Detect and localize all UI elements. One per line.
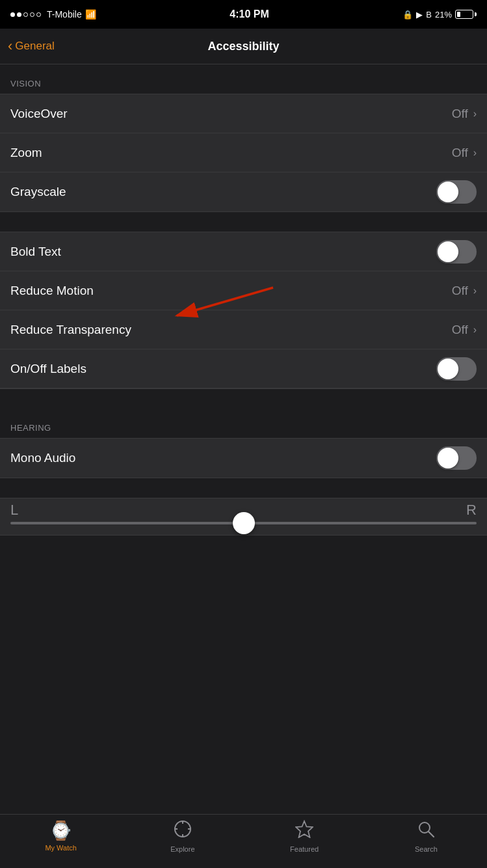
reduce-transparency-chevron-icon: › xyxy=(473,324,477,336)
gap-2 xyxy=(0,389,487,409)
reduce-transparency-row[interactable]: Reduce Transparency Off › xyxy=(0,310,487,349)
signal-indicator xyxy=(10,12,41,17)
back-chevron-icon: ‹ xyxy=(8,38,12,55)
reduce-motion-chevron-icon: › xyxy=(473,285,477,297)
onoff-labels-toggle[interactable] xyxy=(436,357,477,381)
reduce-transparency-label: Reduce Transparency xyxy=(10,323,131,337)
explore-label: Explore xyxy=(170,845,194,853)
voiceover-row[interactable]: VoiceOver Off › xyxy=(0,94,487,133)
battery-indicator xyxy=(455,10,477,19)
reduce-motion-label: Reduce Motion xyxy=(10,284,94,298)
featured-icon xyxy=(295,820,313,843)
reduce-motion-value: Off xyxy=(452,284,468,298)
battery-body xyxy=(455,10,473,19)
location-icon: ▶ xyxy=(416,10,423,20)
gap-4 xyxy=(0,536,487,555)
lock-icon: 🔒 xyxy=(402,10,413,20)
signal-dot-1 xyxy=(10,12,15,17)
balance-slider-knob xyxy=(233,512,255,534)
grayscale-label: Grayscale xyxy=(10,185,66,199)
reduce-motion-right: Off › xyxy=(452,284,477,298)
gap-1 xyxy=(0,212,487,232)
page-title: Accessibility xyxy=(207,40,279,53)
gap-3 xyxy=(0,478,487,498)
svg-point-8 xyxy=(419,822,430,833)
featured-label: Featured xyxy=(290,845,319,853)
signal-dot-2 xyxy=(17,12,21,17)
tab-explore[interactable]: Explore xyxy=(122,820,243,853)
content-area: VISION VoiceOver Off › Zoom Off › Graysc… xyxy=(0,64,487,814)
bold-text-label: Bold Text xyxy=(10,245,61,259)
carrier-label: T-Mobile xyxy=(47,9,82,20)
hearing-section: Mono Audio xyxy=(0,438,487,478)
voiceover-value: Off xyxy=(452,107,468,121)
onoff-labels-row[interactable]: On/Off Labels xyxy=(0,349,487,388)
tab-featured[interactable]: Featured xyxy=(244,820,365,853)
wifi-icon: 📶 xyxy=(85,9,96,20)
my-watch-label: My Watch xyxy=(45,844,77,852)
signal-dot-4 xyxy=(30,12,34,17)
mono-audio-toggle-knob xyxy=(438,448,458,468)
back-button[interactable]: ‹ General xyxy=(0,38,55,55)
zoom-row[interactable]: Zoom Off › xyxy=(0,133,487,172)
status-left: T-Mobile 📶 xyxy=(10,9,96,20)
signal-dot-5 xyxy=(36,12,41,17)
vision-section: VoiceOver Off › Zoom Off › Grayscale xyxy=(0,94,487,212)
grayscale-row[interactable]: Grayscale xyxy=(0,172,487,211)
zoom-value: Off xyxy=(452,146,468,160)
status-bar: T-Mobile 📶 4:10 PM 🔒 ▶ B 21% xyxy=(0,0,487,29)
svg-line-9 xyxy=(429,832,434,837)
mono-audio-toggle[interactable] xyxy=(436,446,477,470)
gap-5 xyxy=(0,555,487,575)
zoom-label: Zoom xyxy=(10,146,42,160)
reduce-transparency-value: Off xyxy=(452,323,468,337)
zoom-right: Off › xyxy=(452,146,477,160)
battery-percent: 21% xyxy=(435,10,452,20)
voiceover-label: VoiceOver xyxy=(10,107,68,121)
reduce-transparency-right: Off › xyxy=(452,323,477,337)
bluetooth-icon: B xyxy=(426,10,432,20)
zoom-chevron-icon: › xyxy=(473,147,477,159)
search-label: Search xyxy=(415,845,438,853)
battery-tip xyxy=(475,12,477,16)
mono-audio-label: Mono Audio xyxy=(10,451,75,465)
tab-bar: ⌚ My Watch Explore Featured xyxy=(0,814,487,868)
onoff-labels-toggle-knob xyxy=(438,359,458,379)
voiceover-chevron-icon: › xyxy=(473,108,477,120)
signal-dot-3 xyxy=(23,12,28,17)
status-right: 🔒 ▶ B 21% xyxy=(402,10,477,20)
balance-label-r: R xyxy=(466,502,477,519)
section-header-hearing: HEARING xyxy=(0,409,487,438)
grayscale-toggle[interactable] xyxy=(436,180,477,204)
explore-icon xyxy=(174,820,192,843)
grayscale-toggle-knob xyxy=(438,182,458,202)
search-icon xyxy=(417,820,435,843)
tab-search[interactable]: Search xyxy=(365,820,487,853)
balance-label-l: L xyxy=(10,502,18,519)
bold-text-toggle-knob xyxy=(438,241,458,262)
tab-my-watch[interactable]: ⌚ My Watch xyxy=(0,820,122,852)
balance-slider-row[interactable] xyxy=(0,522,487,535)
bold-text-toggle[interactable] xyxy=(436,240,477,264)
bold-text-row[interactable]: Bold Text xyxy=(0,232,487,271)
section-header-vision: VISION xyxy=(0,64,487,94)
back-label: General xyxy=(15,40,54,53)
svg-marker-7 xyxy=(296,821,313,837)
onoff-labels-label: On/Off Labels xyxy=(10,362,86,376)
voiceover-right: Off › xyxy=(452,107,477,121)
text-motion-section: Bold Text Reduce Motion Off › Reduce Tra… xyxy=(0,232,487,389)
battery-fill xyxy=(457,12,460,17)
balance-section: L R xyxy=(0,498,487,536)
balance-slider-track[interactable] xyxy=(10,522,477,524)
status-time: 4:10 PM xyxy=(230,8,269,20)
mono-audio-row[interactable]: Mono Audio xyxy=(0,439,487,478)
reduce-motion-row[interactable]: Reduce Motion Off › xyxy=(0,271,487,310)
my-watch-icon: ⌚ xyxy=(49,820,72,841)
nav-bar: ‹ General Accessibility xyxy=(0,29,487,64)
